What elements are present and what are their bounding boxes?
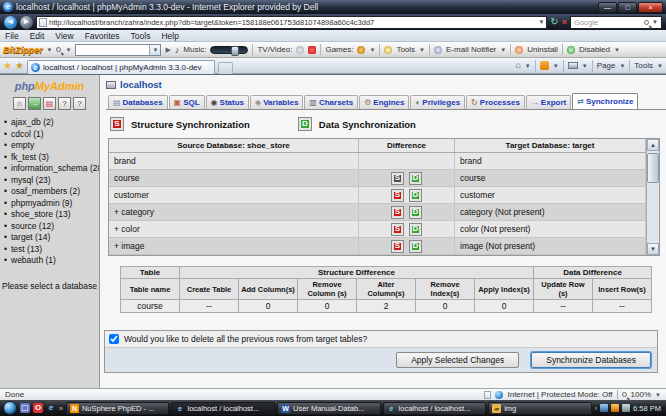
zoom-dropdown-icon[interactable]: ▼ <box>655 392 661 398</box>
zoom-level[interactable]: 100% <box>631 390 651 399</box>
menu-edit[interactable]: Edit <box>30 31 45 41</box>
tab-engines[interactable]: ⚙Engines <box>359 95 409 109</box>
toolbar-search-dropdown-icon[interactable]: ▼ <box>65 47 71 53</box>
database-item[interactable]: source (12) <box>2 221 97 233</box>
taskbar-button[interactable]: elocalhost / localhost... <box>383 402 487 415</box>
database-item[interactable]: test (13) <box>2 244 97 256</box>
database-item[interactable]: osaf_members (2) <box>2 186 97 198</box>
structure-sync-button[interactable]: S <box>391 223 404 236</box>
structure-sync-button[interactable]: S <box>391 206 404 219</box>
email-dropdown-icon[interactable]: ▼ <box>500 47 506 53</box>
scroll-down-icon[interactable]: ▼ <box>647 243 659 255</box>
disabled-label[interactable]: Disabled <box>579 45 610 54</box>
menu-help[interactable]: Help <box>161 31 178 41</box>
data-sync-button[interactable]: D <box>409 189 422 202</box>
search-icon[interactable] <box>644 20 649 25</box>
quicklaunch-opera-icon[interactable]: O <box>33 403 43 413</box>
uninstall-label[interactable]: Uninstall <box>527 45 558 54</box>
back-button[interactable]: ◄ <box>4 16 17 29</box>
forward-button[interactable]: ► <box>20 16 33 29</box>
tools-label[interactable]: Tools <box>396 45 415 54</box>
search-dropdown-icon[interactable]: ▼ <box>652 19 658 25</box>
stop-button[interactable]: × <box>562 18 567 27</box>
tools-dropdown-icon[interactable]: ▼ <box>419 47 425 53</box>
structure-sync-button[interactable]: S <box>391 240 404 253</box>
delete-rows-checkbox[interactable] <box>109 334 119 344</box>
brand-dropdown-icon[interactable]: ▼ <box>47 47 53 53</box>
refresh-button[interactable]: ↻ <box>550 17 558 27</box>
zoom-icon[interactable] <box>622 392 627 397</box>
apply-selected-changes-button[interactable]: Apply Selected Changes <box>396 352 519 368</box>
feeds-icon[interactable] <box>540 61 549 70</box>
page-menu[interactable]: Page <box>597 61 616 70</box>
logout-icon[interactable]: → <box>28 97 41 110</box>
taskbar-button[interactable]: WUser Manual-Datab... <box>277 402 381 415</box>
toolbar-search-icon[interactable] <box>56 47 61 52</box>
menu-file[interactable]: File <box>5 31 19 41</box>
clock[interactable]: 6:58 PM <box>633 404 661 413</box>
play-icon[interactable]: ▶ <box>165 46 170 54</box>
database-item[interactable]: phpmyadmin (9) <box>2 198 97 210</box>
tab-sql[interactable]: ▣SQL <box>169 95 205 109</box>
page-dropdown-icon[interactable]: ▼ <box>619 63 625 69</box>
games-label[interactable]: Games: <box>325 45 353 54</box>
structure-sync-button[interactable]: S <box>391 189 404 202</box>
database-item[interactable]: ajax_db (2) <box>2 117 97 129</box>
query-window-icon[interactable]: ▤ <box>43 97 56 110</box>
quicklaunch-overflow-icon[interactable]: » <box>59 405 63 412</box>
print-dropdown-icon[interactable]: ▼ <box>582 63 588 69</box>
mysql-docs-icon[interactable]: ? <box>73 97 86 110</box>
tab-privileges[interactable]: ◐Privileges <box>410 95 465 109</box>
video-icon[interactable] <box>308 46 316 54</box>
database-item[interactable]: empty <box>2 140 97 152</box>
tab-export[interactable]: →Export <box>526 95 571 109</box>
taskbar-button[interactable]: NNuSphere PhpED - ... <box>66 402 170 415</box>
server-name[interactable]: localhost <box>120 79 162 90</box>
phpmyadmin-logo[interactable]: phpMyAdmin <box>2 80 97 92</box>
toolbar-combo[interactable]: ▼ <box>75 44 161 56</box>
database-item[interactable]: shoe_store (13) <box>2 209 97 221</box>
feeds-dropdown-icon[interactable]: ▼ <box>553 63 559 69</box>
data-sync-button[interactable]: D <box>409 172 422 185</box>
email-notifier-label[interactable]: E-mail Notifier <box>446 45 496 54</box>
address-dropdown-icon[interactable]: ▼ <box>538 19 544 25</box>
address-field[interactable]: http://localhost/branch/zahra/index.php?… <box>36 16 547 29</box>
synchronize-databases-button[interactable]: Synchronize Databases <box>531 352 651 368</box>
tab-synchronize[interactable]: ⇄Synchronize <box>572 93 638 109</box>
tab-processes[interactable]: ↻Processes <box>466 95 525 109</box>
favorites-icon[interactable]: ★ <box>3 61 12 71</box>
browser-tab[interactable]: e localhost / localhost | phpMyAdmin 3.3… <box>27 60 215 74</box>
structure-sync-button[interactable]: S <box>391 172 404 185</box>
taskbar-button[interactable]: ▰img <box>488 402 592 415</box>
search-box[interactable]: Google ▼ <box>570 16 662 29</box>
tv-icon[interactable] <box>296 46 304 54</box>
home-icon[interactable]: ⌂ <box>13 97 26 110</box>
tools-menu-dropdown-icon[interactable]: ▼ <box>657 63 663 69</box>
tab-variables[interactable]: ◈Variables <box>250 95 303 109</box>
taskbar-button[interactable]: elocalhost / localhost... <box>171 402 275 415</box>
database-item[interactable]: cdcol (1) <box>2 129 97 141</box>
data-sync-button[interactable]: D <box>409 223 422 236</box>
games-dropdown-icon[interactable]: ▼ <box>369 47 375 53</box>
database-item[interactable]: target (14) <box>2 232 97 244</box>
home-dropdown-icon[interactable]: ▼ <box>525 63 531 69</box>
tray-overflow-icon[interactable]: ‹ <box>595 405 597 412</box>
tv-video-label[interactable]: TV/Video: <box>257 45 292 54</box>
database-item[interactable]: webauth (1) <box>2 255 97 267</box>
pma-docs-icon[interactable]: ? <box>58 97 71 110</box>
tray-security-icon[interactable] <box>611 404 619 412</box>
add-favorite-icon[interactable]: ★ <box>15 61 24 71</box>
games-icon[interactable] <box>357 46 365 54</box>
menu-view[interactable]: View <box>55 31 73 41</box>
tab-databases[interactable]: ▤Databases <box>108 95 168 109</box>
data-sync-button[interactable]: D <box>409 206 422 219</box>
close-button[interactable]: × <box>638 2 663 13</box>
scroll-up-icon[interactable]: ▲ <box>647 139 659 151</box>
quicklaunch-ie-icon[interactable]: e <box>46 403 56 413</box>
tab-charsets[interactable]: ▥Charsets <box>304 95 358 109</box>
tools-menu[interactable]: Tools <box>634 61 653 70</box>
volume-slider[interactable] <box>210 46 248 54</box>
scrollbar[interactable]: ▲ ▼ <box>646 139 659 255</box>
tray-network-icon[interactable] <box>600 404 608 412</box>
scroll-thumb[interactable] <box>647 153 659 183</box>
